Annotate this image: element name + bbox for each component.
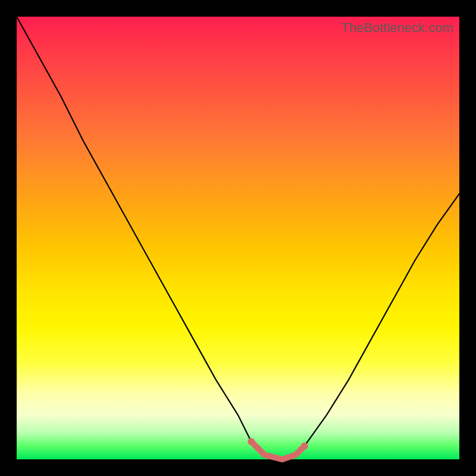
chart-frame: TheBottleneck.com: [0, 0, 476, 476]
curve-layer: [17, 17, 459, 459]
bottleneck-curve: [17, 17, 459, 459]
optimal-region-marker: [251, 441, 304, 459]
optimal-region-end-dot: [301, 443, 308, 450]
plot-area: TheBottleneck.com: [17, 17, 459, 459]
optimal-region-start-dot: [248, 438, 255, 445]
